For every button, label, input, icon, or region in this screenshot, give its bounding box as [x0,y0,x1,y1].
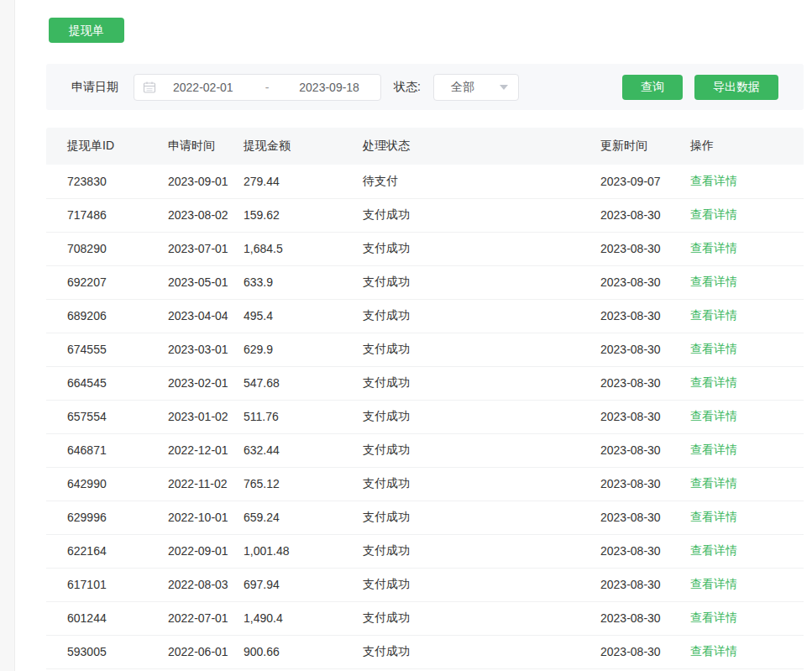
cell-id: 617101 [46,568,147,601]
cell-apply-time: 2023-04-04 [147,299,223,333]
cell-apply-time: 2022-08-03 [147,568,223,601]
view-details-link[interactable]: 查看详情 [690,275,737,288]
cell-apply-time: 2022-07-01 [147,601,223,635]
cell-update-time: 2023-09-07 [579,165,669,198]
cell-update-time: 2023-08-30 [579,299,669,333]
table-header-row: 提现单ID 申请时间 提现金额 处理状态 更新时间 操作 [46,128,804,165]
cell-update-time: 2023-08-30 [579,467,669,501]
cell-status: 支付成功 [342,433,579,467]
table-row: 689206 2023-04-04 495.4 支付成功 2023-08-30 … [46,299,804,333]
cell-amount: 632.44 [223,433,342,467]
cell-amount: 159.62 [223,198,342,232]
table-row: 708290 2023-07-01 1,684.5 支付成功 2023-08-3… [46,232,804,265]
cell-status: 支付成功 [342,232,579,265]
cell-actions: 查看详情 [669,467,804,501]
date-end-value: 2023-09-18 [299,81,359,94]
cell-update-time: 2023-08-30 [579,635,669,668]
cell-id: 674555 [46,333,147,366]
cell-actions: 查看详情 [669,501,804,534]
cell-apply-time: 2023-07-01 [147,232,223,265]
cell-status: 支付成功 [342,333,579,366]
cell-update-time: 2023-08-30 [579,501,669,534]
chevron-down-icon [500,85,508,90]
cell-status: 支付成功 [342,467,579,501]
cell-amount: 495.4 [223,299,342,333]
view-details-link[interactable]: 查看详情 [690,207,737,221]
cell-apply-time: 2023-08-02 [147,198,223,232]
cell-actions: 查看详情 [669,165,804,198]
cell-actions: 查看详情 [669,534,804,568]
view-details-link[interactable]: 查看详情 [690,611,737,624]
cell-actions: 查看详情 [669,198,804,232]
cell-status: 支付成功 [342,400,579,433]
cell-apply-time: 2023-01-02 [147,400,223,433]
cell-id: 593005 [46,635,147,668]
table-row: 657554 2023-01-02 511.76 支付成功 2023-08-30… [46,400,804,433]
query-button[interactable]: 查询 [622,75,683,100]
table-row: 601244 2022-07-01 1,490.4 支付成功 2023-08-3… [46,601,804,635]
cell-actions: 查看详情 [669,232,804,265]
cell-id: 622164 [46,534,147,568]
header-status: 处理状态 [342,128,579,165]
status-label: 状态: [394,80,421,95]
header-actions: 操作 [669,128,804,165]
cell-status: 支付成功 [342,534,579,568]
table-row: 646871 2022-12-01 632.44 支付成功 2023-08-30… [46,433,804,467]
cell-update-time: 2023-08-30 [579,400,669,433]
view-details-link[interactable]: 查看详情 [690,510,737,523]
view-details-link[interactable]: 查看详情 [690,443,737,456]
cell-status: 支付成功 [342,265,579,299]
table-row: 629996 2022-10-01 659.24 支付成功 2023-08-30… [46,501,804,534]
view-details-link[interactable]: 查看详情 [690,375,737,389]
status-select[interactable]: 全部 [433,74,519,101]
header-apply-time: 申请时间 [147,128,223,165]
cell-update-time: 2023-08-30 [579,198,669,232]
header-withdrawal-id: 提现单ID [46,128,147,165]
view-details-link[interactable]: 查看详情 [690,174,737,187]
date-range-picker[interactable]: 2022-02-01 - 2023-09-18 [134,74,381,101]
cell-status: 支付成功 [342,601,579,635]
view-details-link[interactable]: 查看详情 [690,241,737,254]
table-row: 593005 2022-06-01 900.66 支付成功 2023-08-30… [46,635,804,668]
cell-status: 支付成功 [342,198,579,232]
cell-apply-time: 2022-09-01 [147,534,223,568]
table-body: 723830 2023-09-01 279.44 待支付 2023-09-07 … [46,165,804,668]
cell-update-time: 2023-08-30 [579,232,669,265]
date-separator: - [265,81,270,94]
cell-update-time: 2023-08-30 [579,433,669,467]
cell-id: 646871 [46,433,147,467]
view-details-link[interactable]: 查看详情 [690,644,737,658]
table-row: 664545 2023-02-01 547.68 支付成功 2023-08-30… [46,366,804,400]
cell-actions: 查看详情 [669,299,804,333]
cell-id: 689206 [46,299,147,333]
table-row: 723830 2023-09-01 279.44 待支付 2023-09-07 … [46,165,804,198]
filter-bar: 申请日期 2022-02-01 - 2023-09-18 状态: 全部 [46,64,804,110]
cell-amount: 511.76 [223,400,342,433]
view-details-link[interactable]: 查看详情 [690,476,737,490]
view-details-link[interactable]: 查看详情 [690,543,737,557]
cell-amount: 1,490.4 [223,601,342,635]
view-details-link[interactable]: 查看详情 [690,409,737,422]
cell-apply-time: 2023-05-01 [147,265,223,299]
table-row: 617101 2022-08-03 697.94 支付成功 2023-08-30… [46,568,804,601]
cell-status: 支付成功 [342,501,579,534]
cell-apply-time: 2023-03-01 [147,333,223,366]
cell-status: 待支付 [342,165,579,198]
view-details-link[interactable]: 查看详情 [690,342,737,355]
view-details-link[interactable]: 查看详情 [690,308,737,322]
view-details-link[interactable]: 查看详情 [690,577,737,590]
cell-amount: 1,001.48 [223,534,342,568]
main-content: 提现单 申请日期 2022-02-01 - 2023-09-18 状态: 全部 [46,0,804,669]
cell-id: 629996 [46,501,147,534]
cell-amount: 547.68 [223,366,342,400]
cell-amount: 765.12 [223,467,342,501]
cell-update-time: 2023-08-30 [579,601,669,635]
table-row: 622164 2022-09-01 1,001.48 支付成功 2023-08-… [46,534,804,568]
export-data-button[interactable]: 导出数据 [694,75,778,100]
withdrawal-tab-button[interactable]: 提现单 [49,18,124,43]
cell-actions: 查看详情 [669,333,804,366]
cell-amount: 629.9 [223,333,342,366]
cell-status: 支付成功 [342,635,579,668]
cell-amount: 659.24 [223,501,342,534]
cell-apply-time: 2023-02-01 [147,366,223,400]
